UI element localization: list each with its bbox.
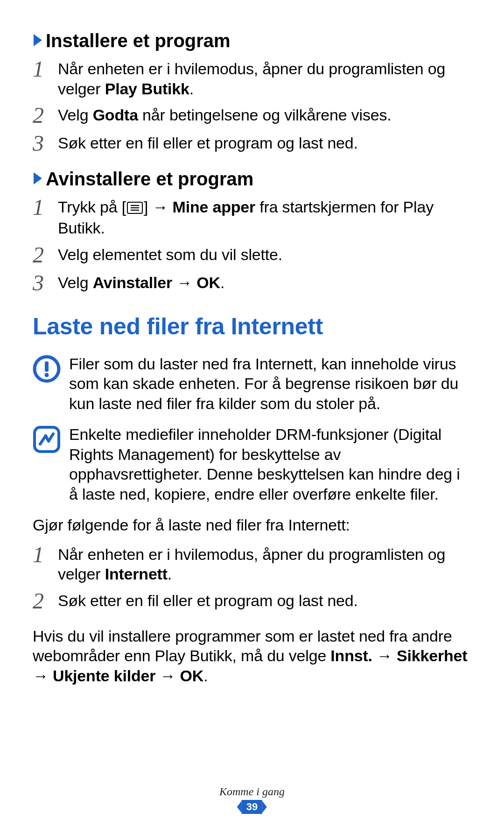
note-body: Filer som du laster ned fra Internett, k… [69,354,471,414]
svg-marker-0 [34,34,42,46]
note-body: Enkelte mediefiler inneholder DRM-funksj… [69,424,471,504]
chevron-right-icon [33,31,43,50]
step-item: 1 Trykk på [] → Mine apper fra startskje… [33,197,471,238]
warning-icon [33,355,61,383]
step-item: 2 Velg Godta når betingelsene og vilkåre… [33,105,471,127]
sub-heading-install: Installere et program [33,30,471,51]
step-body: Trykk på [] → Mine apper fra startskjerm… [58,197,471,238]
step-number: 1 [33,544,58,566]
step-item: 3 Velg Avinstaller → OK. [33,273,471,294]
badge-decor-left [237,801,242,813]
page-number: 39 [242,800,262,814]
step-number: 2 [33,104,58,127]
badge-decor-right [262,801,267,813]
step-body: Velg Avinstaller → OK. [58,273,471,293]
steps-download: 1 Når enheten er i hvilemodus, åpner du … [33,544,471,612]
svg-rect-7 [45,361,49,372]
step-number: 3 [33,272,58,294]
step-item: 3 Søk etter en fil eller et program og l… [33,133,471,155]
step-item: 2 Velg elementet som du vil slette. [33,245,471,266]
steps-uninstall: 1 Trykk på [] → Mine apper fra startskje… [33,197,471,294]
heading-text: Avinstallere et program [46,169,253,190]
steps-install: 1 Når enheten er i hvilemodus, åpner du … [33,59,471,155]
step-number: 1 [33,58,58,80]
main-heading: Laste ned filer fra Internett [33,313,471,340]
step-number: 2 [33,244,58,266]
note-info: Enkelte mediefiler inneholder DRM-funksj… [33,424,471,504]
step-number: 1 [33,196,58,219]
svg-marker-1 [34,172,42,184]
intro-paragraph: Gjør følgende for å laste ned filer fra … [33,515,471,535]
menu-icon [127,198,143,219]
footer-chapter: Komme i gang [0,785,504,798]
step-body: Velg elementet som du vil slette. [58,245,471,265]
svg-point-8 [45,373,49,377]
step-item: 1 Når enheten er i hvilemodus, åpner du … [33,544,471,584]
step-body: Velg Godta når betingelsene og vilkårene… [58,105,471,125]
step-body: Søk etter en fil eller et program og las… [58,591,471,611]
page-number-badge: 39 [237,800,267,814]
step-number: 3 [33,132,58,155]
document-page: Installere et program 1 Når enheten er i… [0,0,504,686]
sub-heading-uninstall: Avinstallere et program [33,169,471,190]
after-paragraph: Hvis du vil installere programmer som er… [33,626,471,686]
step-body: Søk etter en fil eller et program og las… [58,133,471,153]
note-icon [33,425,61,453]
heading-text: Installere et program [46,30,231,51]
step-item: 1 Når enheten er i hvilemodus, åpner du … [33,59,471,99]
step-body: Når enheten er i hvilemodus, åpner du pr… [58,544,471,584]
step-item: 2 Søk etter en fil eller et program og l… [33,591,471,612]
step-number: 2 [33,590,58,612]
step-body: Når enheten er i hvilemodus, åpner du pr… [58,59,471,99]
note-warning: Filer som du laster ned fra Internett, k… [33,354,471,414]
chevron-right-icon [33,170,43,188]
